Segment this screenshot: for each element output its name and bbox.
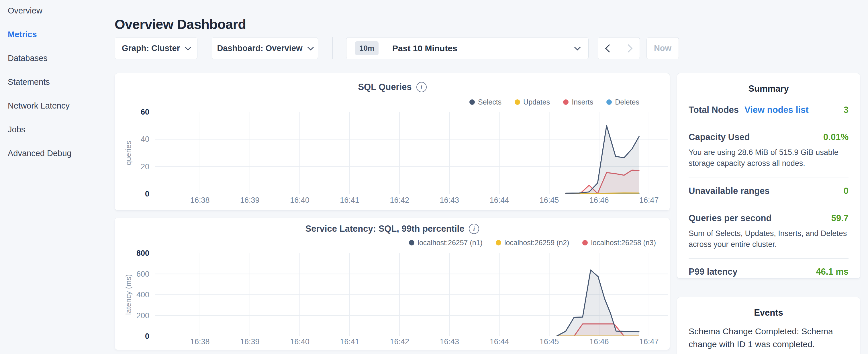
event-timestamp: May 13, 2020 at 4:45 PM [677, 353, 860, 354]
legend-dot-icon [563, 99, 568, 105]
summary-row-label: Capacity Used [689, 132, 750, 142]
x-tick-label: 16:47 [629, 196, 669, 205]
x-tick-label: 16:39 [230, 196, 270, 205]
x-tick-label: 16:43 [429, 337, 469, 346]
x-tick-label: 16:45 [529, 337, 569, 346]
legend-item: Deletes [607, 98, 639, 106]
summary-row-value: 46.1 ms [816, 267, 848, 277]
summary-row-queries-per-second: Queries per second 59.7 Sum of Selects, … [689, 205, 848, 259]
y-tick-label: 0 [112, 189, 149, 199]
x-tick-label: 16:41 [330, 196, 370, 205]
summary-row-value: 0.01% [823, 132, 848, 142]
sidebar-item-advanced-debug[interactable]: Advanced Debug [8, 149, 72, 158]
metrics-dashboard-page: Overview Metrics Databases Statements Ne… [0, 0, 868, 354]
events-panel: Events Schema Change Completed: Schema c… [677, 297, 860, 354]
sidebar-item-databases[interactable]: Databases [8, 54, 72, 63]
chart-legend: SelectsUpdatesInsertsDeletes [469, 98, 639, 106]
view-nodes-list-link[interactable]: View nodes list [744, 105, 808, 115]
chevron-down-icon [185, 44, 191, 51]
summary-row-label: Queries per second [689, 213, 771, 223]
x-tick-label: 16:41 [330, 337, 370, 346]
summary-row-description: Sum of Selects, Updates, Inserts, and De… [689, 228, 848, 250]
event-message: Schema Change Completed: Schema change w… [677, 325, 860, 351]
events-title: Events [677, 308, 860, 318]
summary-row-label: Total Nodes [689, 105, 739, 115]
x-tick-label: 16:43 [429, 196, 469, 205]
summary-row-label: P99 latency [689, 267, 738, 277]
time-step-back-button[interactable] [598, 37, 619, 59]
summary-panel: Summary Total Nodes View nodes list 3 Ca… [677, 73, 860, 279]
legend-dot-icon [607, 99, 612, 105]
chevron-down-icon [574, 44, 581, 51]
y-tick-label: 600 [112, 269, 149, 279]
x-tick-label: 16:45 [529, 196, 569, 205]
x-tick-label: 16:44 [479, 337, 519, 346]
legend-dot-icon [409, 240, 414, 246]
summary-row-capacity-used: Capacity Used 0.01% You are using 28.6 M… [689, 124, 848, 178]
chevron-right-icon [624, 44, 632, 52]
summary-row-value: 0 [844, 186, 848, 196]
chart-title: SQL Queries [358, 82, 411, 92]
legend-item: localhost:26259 (n2) [496, 238, 569, 247]
legend-dot-icon [469, 99, 475, 105]
time-range-dropdown[interactable]: 10m Past 10 Minutes [346, 37, 589, 59]
legend-dot-icon [582, 240, 588, 246]
legend-dot-icon [496, 240, 501, 246]
sidebar-item-jobs[interactable]: Jobs [8, 125, 72, 134]
summary-row-value: 3 [844, 105, 848, 115]
sidebar-item-overview[interactable]: Overview [8, 6, 72, 15]
info-icon[interactable]: i [416, 82, 427, 92]
summary-body: Total Nodes View nodes list 3 Capacity U… [677, 97, 860, 286]
chart-title-row: SQL Queries i [115, 82, 670, 92]
summary-row-total-nodes: Total Nodes View nodes list 3 [689, 97, 848, 124]
chart-plot-area[interactable] [155, 253, 668, 336]
sidebar-item-metrics[interactable]: Metrics [8, 30, 72, 39]
time-step-forward-button-disabled [619, 37, 640, 59]
info-icon[interactable]: i [469, 224, 479, 234]
x-tick-label: 16:38 [180, 337, 220, 346]
chevron-left-icon [605, 44, 613, 52]
y-tick-label: 400 [112, 290, 149, 299]
y-tick-label: 40 [112, 134, 149, 144]
sidebar-nav: Overview Metrics Databases Statements Ne… [8, 6, 72, 158]
legend-item: localhost:26258 (n3) [582, 238, 656, 247]
graph-scope-dropdown[interactable]: Graph: Cluster [115, 37, 197, 59]
sidebar-item-statements[interactable]: Statements [8, 77, 72, 87]
graph-scope-dropdown-label: Graph: Cluster [122, 43, 180, 53]
y-tick-label: 20 [112, 162, 149, 171]
summary-row-value: 59.7 [831, 213, 848, 223]
dashboard-dropdown[interactable]: Dashboard: Overview [212, 37, 318, 59]
now-button-disabled: Now [647, 37, 679, 59]
chevron-down-icon [307, 44, 314, 51]
page-title: Overview Dashboard [115, 16, 246, 32]
x-tick-label: 16:40 [280, 337, 320, 346]
legend-item: localhost:26257 (n1) [409, 238, 483, 247]
x-tick-label: 16:44 [479, 196, 519, 205]
y-tick-label: 60 [112, 107, 149, 117]
y-tick-label: 0 [112, 331, 149, 341]
time-range-value: Past 10 Minutes [392, 43, 457, 53]
legend-item: Selects [469, 98, 501, 106]
chart-plot-area[interactable] [155, 112, 668, 194]
legend-item: Updates [515, 98, 550, 106]
sidebar-item-network-latency[interactable]: Network Latency [8, 101, 72, 110]
x-tick-label: 16:38 [180, 196, 220, 205]
x-tick-label: 16:39 [230, 337, 270, 346]
legend-dot-icon [515, 99, 520, 105]
time-step-buttons [598, 37, 640, 59]
dashboard-dropdown-label: Dashboard: Overview [217, 43, 302, 53]
x-tick-label: 16:42 [379, 337, 420, 346]
summary-row-label: Unavailable ranges [689, 186, 770, 196]
x-tick-label: 16:42 [379, 196, 420, 205]
chart-legend: localhost:26257 (n1)localhost:26259 (n2)… [409, 238, 656, 247]
x-tick-label: 16:40 [280, 196, 320, 205]
y-tick-label: 200 [112, 311, 149, 321]
sql-queries-chart-card: SQL Queries i SelectsUpdatesInsertsDelet… [115, 73, 670, 211]
x-tick-label: 16:46 [579, 196, 619, 205]
summary-row-unavailable-ranges: Unavailable ranges 0 [689, 178, 848, 205]
time-range-badge: 10m [355, 41, 378, 55]
chart-title-row: Service Latency: SQL, 99th percentile i [115, 224, 670, 234]
x-tick-label: 16:46 [579, 337, 619, 346]
legend-item: Inserts [563, 98, 593, 106]
summary-title: Summary [677, 84, 860, 94]
